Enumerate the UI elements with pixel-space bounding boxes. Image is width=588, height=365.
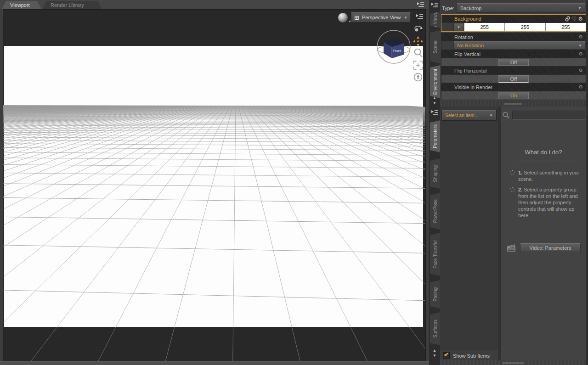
flip-vertical-label: Flip Vertical (454, 51, 578, 57)
pane-splitter[interactable] (440, 360, 586, 365)
show-sub-items-label: Show Sub Items (453, 353, 490, 359)
spinner-icon (510, 170, 514, 175)
step-text: Select a property group from the list on… (518, 187, 578, 218)
viewport-pane-menu-icon[interactable] (415, 13, 424, 20)
viewport-3d[interactable]: ▼ ⊞ Perspective View ▼ (3, 9, 426, 361)
background-red-field[interactable]: 255 (464, 23, 504, 31)
rotation-slot (441, 41, 453, 50)
pan-camera-icon[interactable] (411, 35, 425, 47)
camera-grid-icon: ⊞ (354, 15, 359, 21)
tab-render-library[interactable]: Render Library (42, 1, 102, 9)
side-tab-parameters[interactable]: Parameters (430, 120, 440, 152)
help-step-2: 2. Select a property group from the list… (510, 186, 580, 219)
divider (514, 228, 574, 228)
pane-menu-icon[interactable] (416, 1, 424, 8)
backdrop-type-value: Backdrop (460, 6, 578, 11)
settings-gear-icon[interactable]: ⚙ (578, 84, 583, 90)
zoom-camera-icon[interactable] (411, 47, 425, 59)
chevron-down-icon: ▼ (489, 113, 493, 118)
visible-in-render-toggle-track[interactable]: On (441, 91, 586, 100)
background-property: Background ♡ ⚙ ▼ 255 255 255 (441, 14, 586, 32)
top-pane-menu-icon[interactable] (430, 2, 439, 8)
pane-splitter[interactable] (440, 101, 586, 106)
settings-gear-icon[interactable]: ⚙ (578, 67, 583, 73)
side-tab-environment[interactable]: Environment (430, 65, 440, 98)
type-label: Type: (442, 6, 454, 11)
divider (514, 161, 574, 161)
side-tab-aux-viewport[interactable]: Aux Viewport (430, 11, 440, 28)
rotation-label: Rotation (454, 34, 578, 40)
side-tab-posing[interactable]: Posing (430, 280, 440, 309)
view-cube-gizmo[interactable]: Front (373, 28, 412, 67)
visible-in-render-property: Visible in Render ⚙ On (441, 83, 586, 100)
viewport-toolbar: ▼ ⊞ Perspective View ▼ (3, 10, 426, 35)
drawstyle-sphere-icon[interactable] (338, 13, 348, 22)
spinner-icon (510, 187, 514, 192)
side-tab-shaping[interactable]: Shaping (430, 158, 440, 189)
favorite-heart-icon[interactable]: ♡ (571, 16, 577, 22)
side-tab-face-transfer[interactable]: Face Transfer (430, 233, 440, 276)
right-panel: Type: Backdrop ▼ Background ♡ ⚙ ▼ 255 25… (440, 0, 588, 365)
settings-gear-icon[interactable]: ⚙ (578, 34, 583, 40)
color-swatch-slot[interactable] (441, 23, 453, 31)
flip-vertical-toggle-track[interactable]: Off (441, 58, 586, 67)
background-label: Background (454, 16, 565, 22)
video-parameters-button[interactable]: Video: Parameters (520, 243, 581, 252)
tab-scroll-arrows-top[interactable]: ▲▼ (431, 95, 438, 106)
flip-horizontal-toggle-track[interactable]: Off (441, 75, 586, 83)
side-tab-surfaces[interactable]: Surfaces (430, 312, 440, 345)
help-title: What do I do? (501, 149, 586, 156)
bottom-pane-menu-icon[interactable] (430, 109, 439, 116)
tab-scroll-arrows-bottom[interactable]: ▲▼ (431, 348, 438, 358)
link-icon[interactable] (565, 16, 570, 22)
help-step-1: 1. Select something in your scene. (510, 169, 580, 182)
background-blue-field[interactable]: 255 (545, 23, 586, 31)
viewport-nav-tools (411, 23, 426, 83)
camera-view-dropdown[interactable]: ⊞ Perspective View ▼ (351, 12, 411, 22)
flip-horizontal-toggle[interactable]: Off (498, 75, 529, 83)
rotation-value: No Rotation (457, 43, 578, 48)
background-green-field[interactable]: 255 (504, 23, 545, 31)
ground-grid (3, 10, 426, 361)
chevron-down-icon: ▼ (578, 6, 582, 10)
side-tab-strip: Aux Viewport Scene Environment ▲▼ Parame… (429, 0, 440, 365)
search-icon[interactable] (502, 111, 510, 119)
side-tab-powerpose[interactable]: PowerPose (430, 193, 440, 230)
item-selector-value: Select an Item... (445, 113, 489, 118)
frame-selection-icon[interactable] (411, 59, 425, 71)
rotation-dropdown[interactable]: No Rotation ▼ (453, 41, 586, 50)
flip-horizontal-label: Flip Horizontal (454, 68, 578, 73)
search-input[interactable] (512, 111, 585, 120)
chevron-down-icon: ▼ (404, 16, 407, 20)
parameters-content-column: What do I do? 1. Select something in you… (501, 107, 586, 360)
item-selector-dropdown[interactable]: Select an Item... ▼ (442, 110, 496, 120)
gizmo-front-label: Front (393, 49, 401, 53)
chevron-down-icon: ▼ (578, 44, 582, 48)
visible-in-render-toggle[interactable]: On (498, 92, 529, 99)
step-number: 2. (518, 187, 522, 192)
orbit-camera-icon[interactable] (411, 23, 425, 35)
camera-view-label: Perspective View (362, 15, 401, 20)
flip-vertical-toggle[interactable]: Off (498, 59, 529, 66)
settings-gear-icon[interactable]: ⚙ (578, 51, 583, 57)
show-sub-items-checkbox[interactable]: ✔ (443, 352, 450, 359)
clapperboard-icon (507, 244, 516, 252)
backdrop-type-dropdown[interactable]: Backdrop ▼ (457, 3, 585, 13)
flip-vertical-property: Flip Vertical ⚙ Off (441, 50, 586, 67)
side-tab-scene[interactable]: Scene (430, 30, 440, 63)
parameters-item-column: Select an Item... ▼ (440, 107, 498, 350)
settings-gear-icon[interactable]: ⚙ (578, 16, 583, 22)
flip-horizontal-property: Flip Horizontal ⚙ Off (441, 66, 586, 84)
viewport-status-strip (0, 361, 429, 365)
aim-camera-icon[interactable] (411, 71, 425, 83)
tab-viewport[interactable]: Viewport (2, 1, 41, 9)
show-sub-items-control[interactable]: ✔ Show Sub Items (443, 352, 490, 359)
color-dropdown-button[interactable]: ▼ (453, 23, 464, 31)
visible-in-render-label: Visible in Render (454, 84, 578, 90)
document-tab-bar: Viewport Render Library (0, 0, 429, 9)
step-number: 1. (518, 170, 522, 175)
step-text: Select something in your scene. (518, 170, 579, 182)
rotation-property: Rotation ⚙ No Rotation ▼ (441, 33, 586, 50)
